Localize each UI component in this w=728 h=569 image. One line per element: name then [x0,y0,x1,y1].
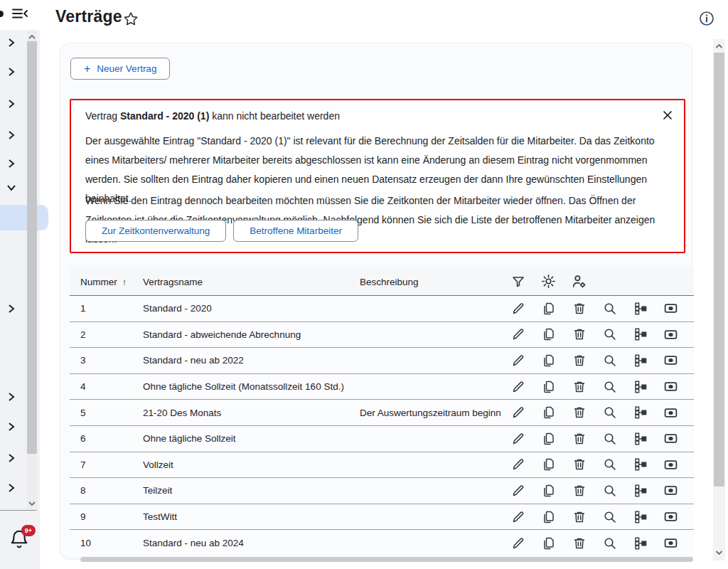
view-button[interactable] [594,478,625,504]
alert-title-contract-name: Standard - 2020 (1) [120,110,209,122]
user-settings-button[interactable] [564,267,594,295]
scroll-down-icon[interactable] [27,499,37,508]
scroll-up-icon[interactable] [27,33,37,41]
edit-button[interactable] [503,348,533,373]
sidebar-item-7[interactable] [6,303,18,316]
delete-button[interactable] [564,530,594,556]
sidebar-item-2[interactable] [6,66,18,79]
filter-button[interactable] [503,267,533,295]
copy-button[interactable] [533,296,564,321]
view-button[interactable] [594,400,625,425]
close-icon[interactable] [660,107,675,123]
copy-button[interactable] [533,348,564,373]
sidebar-item-1[interactable] [6,37,18,50]
delete-button[interactable] [564,452,594,478]
column-header-nummer[interactable]: Nummer ↑ [80,267,127,296]
view-button[interactable] [594,530,625,556]
hierarchy-button[interactable] [625,530,655,556]
payment-button[interactable] [655,426,686,452]
search-icon [603,510,617,524]
sidebar-item-10[interactable] [6,452,18,465]
horizontal-scrollbar-thumb[interactable] [80,557,693,562]
view-button[interactable] [594,322,625,348]
hierarchy-button[interactable] [625,296,655,321]
view-button[interactable] [594,504,625,530]
copy-button[interactable] [533,504,564,530]
sidebar-item-3[interactable] [6,98,18,111]
page-scrollbar-thumb[interactable] [714,53,724,486]
hierarchy-button[interactable] [625,478,655,504]
payment-button[interactable] [655,296,686,321]
delete-button[interactable] [564,504,594,530]
delete-button[interactable] [564,426,594,452]
delete-button[interactable] [564,296,594,321]
view-button[interactable] [594,452,625,478]
view-button[interactable] [594,296,625,321]
copy-button[interactable] [533,400,564,425]
delete-button[interactable] [564,322,594,348]
sidebar-item-5[interactable] [6,158,18,171]
copy-button[interactable] [533,426,564,452]
edit-button[interactable] [503,478,533,504]
delete-button[interactable] [564,374,594,400]
hierarchy-button[interactable] [625,348,655,373]
edit-button[interactable] [503,452,533,478]
favorite-star-icon[interactable] [123,11,139,27]
sidebar-item-11[interactable] [6,482,18,495]
betroffene-mitarbeiter-button[interactable]: Betroffene Mitarbeiter [233,220,358,242]
info-icon[interactable] [698,10,715,27]
payment-button[interactable] [655,400,686,425]
view-button[interactable] [594,348,625,373]
hierarchy-button[interactable] [625,374,655,400]
delete-button[interactable] [564,478,594,504]
payment-button[interactable] [655,530,686,556]
payment-button[interactable] [655,348,686,373]
scroll-down-icon[interactable] [714,548,724,557]
hierarchy-button[interactable] [625,452,655,478]
table-row: 8 Teilzeit [70,478,694,504]
edit-button[interactable] [503,530,533,556]
column-header-vertragsname[interactable]: Vertragsname [143,267,203,296]
table-settings-button[interactable] [533,267,564,295]
edit-button[interactable] [503,322,533,348]
page-scrollbar[interactable] [713,39,725,560]
copy-button[interactable] [533,322,564,348]
row-actions [503,322,686,348]
column-header-beschreibung[interactable]: Beschreibung [360,267,419,296]
delete-button[interactable] [564,348,594,373]
copy-button[interactable] [533,374,564,400]
copy-button[interactable] [533,478,564,504]
hierarchy-button[interactable] [625,322,655,348]
payment-button[interactable] [655,374,686,400]
notifications-button[interactable]: 9+ [9,528,37,556]
new-contract-button[interactable]: + Neuer Vertrag [70,58,170,80]
sidebar-item-4[interactable] [6,129,18,142]
view-button[interactable] [594,426,625,452]
zeitkontenverwaltung-button[interactable]: Zur Zeitkontenverwaltung [85,220,226,242]
edit-button[interactable] [503,400,533,425]
payment-button[interactable] [655,478,686,504]
sidebar-item-8[interactable] [6,391,18,404]
payment-button[interactable] [655,322,686,348]
copy-button[interactable] [533,530,564,556]
hierarchy-button[interactable] [625,504,655,530]
hierarchy-button[interactable] [625,400,655,425]
edit-button[interactable] [503,504,533,530]
payment-button[interactable] [655,504,686,530]
collapse-sidebar-button[interactable] [11,6,30,23]
hierarchy-button[interactable] [625,426,655,452]
edit-button[interactable] [503,374,533,400]
sidebar-item-6-expanded[interactable] [6,182,18,195]
sidebar-scrollbar[interactable] [27,30,37,511]
sidebar-item-selected[interactable] [0,205,48,230]
scroll-up-icon[interactable] [714,42,724,50]
copy-button[interactable] [533,452,564,478]
payment-button[interactable] [655,452,686,478]
sidebar-scrollbar-thumb[interactable] [27,41,37,454]
edit-button[interactable] [503,426,533,452]
edit-button[interactable] [503,296,533,321]
sidebar-item-9[interactable] [6,421,18,434]
hierarchy-icon [633,353,648,368]
view-button[interactable] [594,374,625,400]
delete-button[interactable] [564,400,594,425]
